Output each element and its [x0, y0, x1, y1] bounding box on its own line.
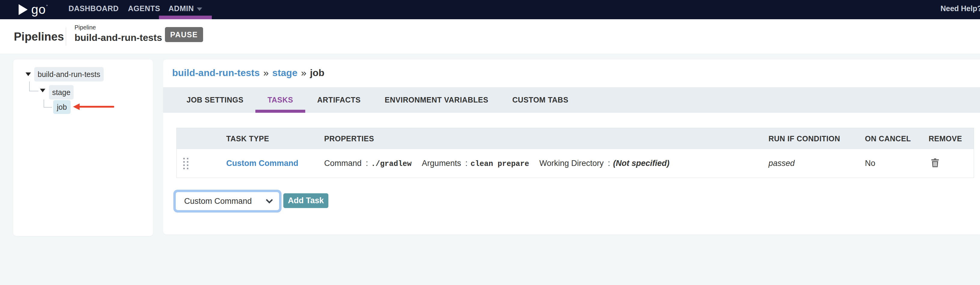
property-label: Arguments: [422, 159, 461, 168]
nav-item-label: ADMIN: [169, 4, 194, 13]
property-value-working-directory: (Not specified): [613, 159, 670, 168]
column-header-run-if-condition: RUN IF CONDITION: [768, 134, 865, 143]
page-title: Pipelines: [14, 30, 64, 43]
task-type-select[interactable]: Custom Command: [173, 190, 282, 213]
caret-down-icon[interactable]: [40, 89, 45, 92]
property-colon: :: [366, 159, 368, 168]
tree-node-job-selected[interactable]: job: [53, 100, 71, 114]
caret-down-icon: [197, 8, 202, 11]
property-value-command: ./gradlew: [371, 160, 412, 168]
caret-down-icon[interactable]: [25, 72, 31, 76]
tab-label: TASKS: [267, 96, 293, 104]
trash-icon: [931, 158, 939, 167]
job-detail-panel: build-and-run-tests»stage»job JOB SETTIN…: [163, 59, 980, 234]
property-value-arguments: clean prepare: [471, 160, 529, 168]
tree-node-label: job: [57, 103, 67, 111]
tree-connector: [29, 81, 38, 91]
drag-handle-icon[interactable]: [183, 158, 188, 169]
job-tabs-bar: JOB SETTINGS TASKS ARTIFACTS ENVIRONMENT…: [163, 87, 980, 113]
column-header-on-cancel: ON CANCEL: [865, 134, 929, 143]
nav-item-label: AGENTS: [128, 4, 160, 13]
tree-node-label: build-and-run-tests: [38, 70, 100, 79]
remove-task-button[interactable]: [931, 158, 939, 167]
task-type-select-inner: Custom Command: [176, 192, 279, 210]
breadcrumb-link-stage[interactable]: stage: [272, 67, 298, 78]
content-area: build-and-run-tests stage job build-and-…: [0, 54, 980, 285]
nav-item-agents[interactable]: AGENTS: [128, 0, 160, 19]
run-if-condition-value: passed: [768, 159, 865, 168]
column-header-task-type: TASK TYPE: [226, 134, 324, 143]
page-header: Pipelines Pipeline build-and-run-tests P…: [0, 19, 980, 54]
add-task-button[interactable]: Add Task: [283, 193, 328, 208]
nav-item-admin[interactable]: ADMIN: [159, 0, 212, 19]
tree-node-label: stage: [52, 88, 70, 97]
annotation-arrow-line: [79, 106, 114, 108]
property-colon: :: [465, 159, 468, 168]
column-header-properties: PROPERTIES: [324, 134, 768, 143]
task-row: Custom Command Command : ./gradlew Argum…: [177, 149, 974, 178]
nav-item-dashboard[interactable]: DASHBOARD: [68, 0, 119, 19]
gocd-logo-icon: [18, 3, 29, 16]
tab-label: JOB SETTINGS: [186, 96, 243, 104]
property-colon: :: [608, 159, 610, 168]
tree-node-pipeline[interactable]: build-and-run-tests: [34, 67, 103, 81]
need-help-label: Need Help?: [940, 4, 980, 13]
tasks-table-header: TASK TYPE PROPERTIES RUN IF CONDITION ON…: [177, 128, 974, 149]
task-type-selected-option: Custom Command: [184, 197, 252, 206]
property-label: Command: [324, 159, 362, 168]
breadcrumb: build-and-run-tests»stage»job: [172, 67, 325, 78]
tab-label: ARTIFACTS: [317, 96, 361, 104]
pipeline-identity: Pipeline build-and-run-tests: [75, 24, 162, 43]
property-label: Working Directory: [539, 159, 604, 168]
breadcrumb-link-pipeline[interactable]: build-and-run-tests: [172, 67, 260, 78]
tree-connector: [44, 100, 52, 108]
nav-item-label: DASHBOARD: [68, 4, 119, 13]
gocd-logo[interactable]: go°: [18, 0, 48, 19]
column-header-remove: REMOVE: [929, 134, 974, 143]
tab-environment-variables[interactable]: ENVIRONMENT VARIABLES: [373, 87, 501, 113]
tree-node-stage[interactable]: stage: [49, 85, 73, 100]
logo-mark: °: [46, 4, 48, 8]
pipeline-type-label: Pipeline: [75, 24, 162, 31]
tab-tasks[interactable]: TASKS: [255, 87, 305, 113]
on-cancel-value: No: [865, 159, 929, 168]
pause-button[interactable]: PAUSE: [165, 27, 203, 42]
tasks-table: TASK TYPE PROPERTIES RUN IF CONDITION ON…: [177, 128, 974, 178]
pipeline-name: build-and-run-tests: [75, 32, 162, 43]
logo-text: go: [31, 3, 46, 16]
task-properties: Command : ./gradlew Arguments : clean pr…: [324, 159, 768, 168]
breadcrumb-current-job: job: [310, 67, 325, 78]
tab-custom-tabs[interactable]: CUSTOM TABS: [500, 87, 581, 113]
chevron-down-icon: [266, 196, 273, 204]
header-divider: [66, 28, 66, 46]
tab-label: CUSTOM TABS: [512, 96, 568, 104]
tab-artifacts[interactable]: ARTIFACTS: [305, 87, 373, 113]
tab-job-settings[interactable]: JOB SETTINGS: [175, 87, 255, 113]
top-nav: go° DASHBOARD AGENTS ADMIN Need Help?: [0, 0, 980, 19]
need-help-link[interactable]: Need Help?: [940, 0, 980, 19]
pipeline-tree-panel: build-and-run-tests stage job: [13, 59, 153, 236]
breadcrumb-separator: »: [264, 67, 269, 78]
task-type-link[interactable]: Custom Command: [226, 159, 298, 168]
breadcrumb-separator: »: [301, 67, 306, 78]
tab-label: ENVIRONMENT VARIABLES: [385, 96, 488, 104]
